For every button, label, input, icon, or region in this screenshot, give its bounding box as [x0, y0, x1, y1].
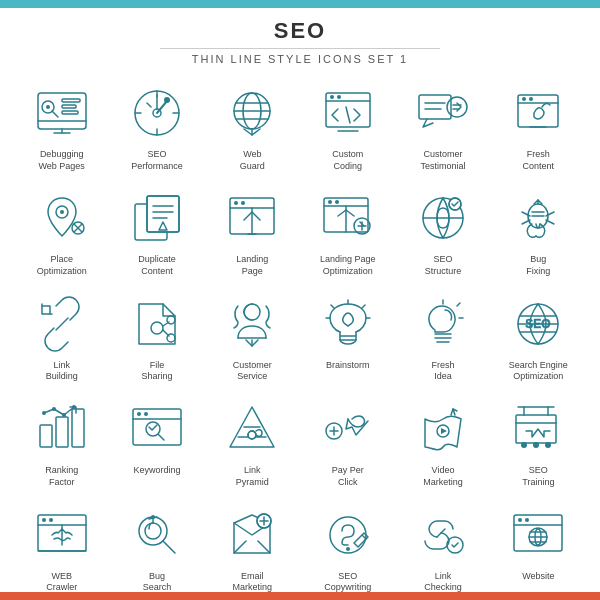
- icon-seo-performance: [123, 79, 191, 147]
- icon-seo-training: [504, 395, 572, 463]
- svg-rect-95: [56, 417, 68, 447]
- svg-point-32: [447, 97, 467, 117]
- icon-label: LinkPyramid: [236, 465, 269, 488]
- icon-item-bug-search: BugSearch: [111, 497, 202, 598]
- icon-label: DuplicateContent: [138, 254, 176, 277]
- icon-duplicate-content: [123, 184, 191, 252]
- icon-website: [504, 501, 572, 569]
- icon-place-optimization: [28, 184, 96, 252]
- svg-point-125: [521, 442, 527, 448]
- icon-web-guard: [218, 79, 286, 147]
- icon-customer-testimonial: [409, 79, 477, 147]
- svg-line-134: [163, 541, 175, 553]
- icon-label: LandingPage: [236, 254, 268, 277]
- icon-customer-service: [218, 290, 286, 358]
- icon-item-seo-performance: SEOPerformance: [111, 75, 202, 176]
- svg-point-99: [62, 413, 66, 417]
- icons-grid: DebuggingWeb Pages SEOPerformance: [0, 67, 600, 600]
- svg-point-128: [42, 518, 46, 522]
- icon-label: EmailMarketing: [233, 571, 273, 594]
- icon-item-fresh-idea: FreshIdea: [397, 286, 488, 387]
- icon-item-brainstorm: Brainstorm: [302, 286, 393, 387]
- svg-point-98: [52, 407, 56, 411]
- icon-item-duplicate-content: DuplicateContent: [111, 180, 202, 281]
- icon-brainstorm: [314, 290, 382, 358]
- svg-point-18: [164, 97, 170, 103]
- icon-label: CustomCoding: [332, 149, 363, 172]
- icon-item-fresh-content: FreshContent: [493, 75, 584, 176]
- icon-item-ranking-factor: RankingFactor: [16, 391, 107, 492]
- header-divider: [160, 48, 440, 49]
- icon-item-file-sharing: FileSharing: [111, 286, 202, 387]
- svg-rect-118: [516, 415, 556, 443]
- icon-landing-page-optimization: [314, 184, 382, 252]
- top-bar: [0, 0, 600, 8]
- icon-label: Pay PerClick: [332, 465, 364, 488]
- icon-item-debugging-web-pages: DebuggingWeb Pages: [16, 75, 107, 176]
- icon-label: SEOPerformance: [131, 149, 183, 172]
- icon-pay-per-click: [314, 395, 382, 463]
- icon-label: Landing PageOptimization: [320, 254, 376, 277]
- svg-point-39: [60, 210, 64, 214]
- icon-search-engine-optimization: SEO: [504, 290, 572, 358]
- icon-item-link-checking: LinkChecking: [397, 497, 488, 598]
- svg-point-123: [533, 442, 539, 448]
- icon-item-web-guard: WebGuard: [207, 75, 298, 176]
- svg-point-51: [234, 201, 238, 205]
- bottom-bar: [0, 592, 600, 600]
- icon-bug-fixing: [504, 184, 572, 252]
- svg-point-129: [49, 518, 53, 522]
- svg-point-6: [46, 105, 50, 109]
- icon-label: Brainstorm: [326, 360, 370, 382]
- icon-label: Website: [522, 571, 554, 593]
- icon-item-search-engine-optimization: SEO Search EngineOptimization: [493, 286, 584, 387]
- icon-label: DebuggingWeb Pages: [38, 149, 84, 172]
- svg-rect-29: [419, 95, 451, 119]
- icon-debugging-web-pages: [28, 79, 96, 147]
- svg-rect-44: [147, 196, 179, 232]
- svg-rect-94: [40, 425, 52, 447]
- icon-item-customer-testimonial: CustomerTestimonial: [397, 75, 488, 176]
- icon-keywording: [123, 395, 191, 463]
- svg-point-73: [151, 322, 163, 334]
- svg-point-133: [145, 523, 161, 539]
- svg-point-150: [525, 518, 529, 522]
- icon-link-checking: [409, 501, 477, 569]
- icon-label: Search EngineOptimization: [509, 360, 568, 383]
- page-subtitle: THIN LINE STYLE ICONS SET 1: [0, 53, 600, 65]
- icon-item-bug-fixing: BugFixing: [493, 180, 584, 281]
- svg-point-143: [346, 547, 350, 551]
- page-header: SEO THIN LINE STYLE ICONS SET 1: [0, 8, 600, 67]
- icon-ranking-factor: [28, 395, 96, 463]
- icon-label: CustomerTestimonial: [420, 149, 465, 172]
- icon-label: SEOTraining: [522, 465, 554, 488]
- svg-marker-116: [441, 428, 447, 434]
- icon-item-website: Website: [493, 497, 584, 598]
- icon-label: FreshContent: [523, 149, 555, 172]
- icon-item-seo-training: SEOTraining: [493, 391, 584, 492]
- icon-landing-page: [218, 184, 286, 252]
- icon-custom-coding: [314, 79, 382, 147]
- icon-label: CustomerService: [233, 360, 272, 383]
- svg-line-87: [457, 303, 460, 306]
- svg-point-58: [335, 200, 339, 204]
- svg-point-27: [337, 95, 341, 99]
- icon-label: WebGuard: [240, 149, 265, 172]
- icon-seo-structure: [409, 184, 477, 252]
- icon-item-landing-page: LandingPage: [207, 180, 298, 281]
- icon-label: LinkBuilding: [46, 360, 78, 383]
- icon-link-building: [28, 290, 96, 358]
- icon-bug-search: [123, 501, 191, 569]
- svg-point-97: [42, 411, 46, 415]
- icon-item-web-crawler: WEBCrawler: [16, 497, 107, 598]
- icon-fresh-idea: [409, 290, 477, 358]
- icon-label: LinkChecking: [424, 571, 462, 594]
- svg-point-52: [241, 201, 245, 205]
- icon-item-link-pyramid: LinkPyramid: [207, 391, 298, 492]
- icon-item-seo-structure: SEOStructure: [397, 180, 488, 281]
- icon-file-sharing: [123, 290, 191, 358]
- svg-rect-96: [72, 409, 84, 447]
- icon-label: WEBCrawler: [46, 571, 77, 594]
- svg-line-72: [56, 318, 68, 330]
- svg-point-137: [151, 515, 155, 519]
